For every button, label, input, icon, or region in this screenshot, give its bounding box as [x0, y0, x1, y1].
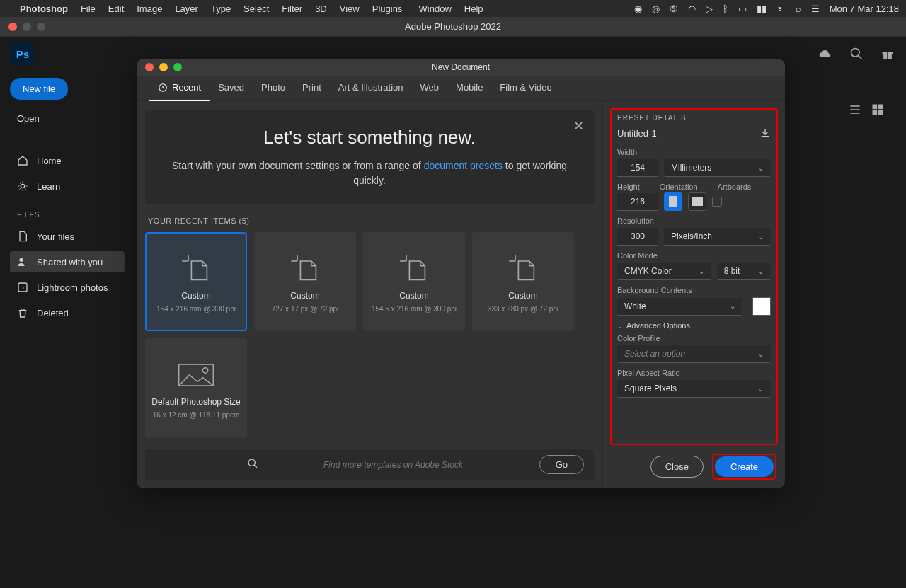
- tab-print[interactable]: Print: [294, 76, 330, 101]
- close-button[interactable]: Close: [650, 456, 704, 478]
- sidebar-learn[interactable]: Learn: [10, 175, 125, 197]
- hero-close-button[interactable]: ✕: [573, 118, 584, 134]
- bit-depth-select[interactable]: 8 bit⌄: [717, 263, 771, 280]
- orientation-portrait-button[interactable]: [664, 192, 682, 211]
- window-title: Adobe Photoshop 2022: [405, 21, 501, 32]
- height-input[interactable]: [617, 193, 658, 211]
- menu-plugins[interactable]: Plugins: [372, 4, 403, 14]
- color-mode-label: Color Mode: [617, 251, 771, 260]
- advanced-options-toggle[interactable]: ⌄Advanced Options: [617, 321, 771, 330]
- window-close-button[interactable]: [8, 23, 17, 31]
- svg-point-5: [21, 184, 24, 188]
- list-view-icon[interactable]: [848, 103, 862, 117]
- color-profile-select[interactable]: Select an option⌄: [617, 345, 771, 363]
- menubar-app-name[interactable]: Photoshop: [20, 4, 68, 14]
- sync-icon[interactable]: ◎: [652, 4, 660, 14]
- menu-layer[interactable]: Layer: [175, 4, 198, 14]
- wifi-icon[interactable]: ᯤ: [776, 4, 786, 14]
- resolution-label: Resolution: [617, 217, 771, 225]
- tab-film[interactable]: Film & Video: [491, 76, 560, 101]
- battery-icon[interactable]: ▮▮: [757, 4, 767, 14]
- menu-window[interactable]: Window: [419, 4, 452, 14]
- stock-search-input[interactable]: [323, 460, 531, 470]
- left-sidebar: New file Open Home Learn FILES Your file…: [0, 71, 134, 588]
- sidebar-lightroom[interactable]: Lr Lightroom photos: [10, 277, 125, 298]
- recent-items-grid: Custom 154 x 216 mm @ 300 ppi Custom 727…: [145, 232, 594, 437]
- tab-photo[interactable]: Photo: [253, 76, 294, 101]
- width-unit-select[interactable]: Millimeters⌄: [664, 159, 771, 177]
- menu-help[interactable]: Help: [464, 4, 483, 14]
- save-preset-icon[interactable]: [759, 127, 771, 139]
- play-icon[interactable]: ▷: [706, 4, 713, 14]
- document-name-field[interactable]: Untitled-1: [617, 128, 657, 139]
- tab-recent[interactable]: Recent: [149, 76, 210, 101]
- home-icon: [17, 155, 28, 166]
- orientation-landscape-button[interactable]: [688, 192, 706, 211]
- recent-item-3[interactable]: Custom 333 x 280 px @ 72 ppi: [472, 232, 574, 331]
- width-input[interactable]: [617, 159, 658, 177]
- sidebar-your-files[interactable]: Your files: [10, 226, 125, 247]
- create-button[interactable]: Create: [715, 456, 774, 477]
- bluetooth-icon[interactable]: ᛒ: [723, 4, 728, 14]
- cloud-icon[interactable]: [818, 47, 832, 61]
- go-button[interactable]: Go: [539, 455, 584, 474]
- menu-file[interactable]: File: [81, 4, 96, 14]
- new-file-button[interactable]: New file: [10, 78, 68, 100]
- recent-item-0[interactable]: Custom 154 x 216 mm @ 300 ppi: [145, 232, 247, 331]
- svg-line-1: [859, 56, 862, 59]
- tab-saved[interactable]: Saved: [210, 76, 253, 101]
- menu-type[interactable]: Type: [211, 4, 231, 14]
- dialog-titlebar: New Document: [137, 59, 785, 76]
- menu-3d[interactable]: 3D: [315, 4, 327, 14]
- hero-heading: Let's start something new.: [166, 127, 573, 149]
- menu-image[interactable]: Image: [137, 4, 162, 14]
- svg-point-16: [248, 459, 255, 466]
- dialog-close-light[interactable]: [145, 63, 154, 71]
- broadcast-icon[interactable]: ◠: [688, 4, 696, 14]
- record-icon[interactable]: ◉: [634, 4, 642, 14]
- dialog-zoom-light[interactable]: [173, 63, 182, 71]
- control-center-icon[interactable]: ☰: [811, 4, 820, 14]
- background-select[interactable]: White⌄: [617, 298, 742, 316]
- svg-line-17: [254, 465, 257, 468]
- hero-banner: ✕ Let's start something new. Start with …: [145, 110, 594, 204]
- sidebar-deleted[interactable]: Deleted: [10, 302, 125, 323]
- stock-search-bar: Go: [145, 449, 594, 480]
- background-swatch[interactable]: [752, 297, 771, 316]
- tab-art[interactable]: Art & Illustration: [330, 76, 412, 101]
- menu-select[interactable]: Select: [243, 4, 269, 14]
- tab-web[interactable]: Web: [412, 76, 448, 101]
- window-minimize-button[interactable]: [23, 23, 31, 31]
- recent-item-1[interactable]: Custom 727 x 17 px @ 72 ppi: [254, 232, 356, 331]
- resolution-unit-select[interactable]: Pixels/Inch⌄: [664, 228, 771, 246]
- resolution-input[interactable]: [617, 228, 658, 246]
- document-presets-link[interactable]: document presets: [424, 160, 503, 171]
- recent-item-2[interactable]: Custom 154.5 x 216 mm @ 300 ppi: [363, 232, 465, 331]
- width-label: Width: [617, 148, 771, 156]
- open-button[interactable]: Open: [10, 108, 125, 129]
- display-icon[interactable]: ▭: [738, 4, 747, 14]
- gift-icon[interactable]: [881, 47, 895, 61]
- window-zoom-button[interactable]: [37, 23, 45, 31]
- menu-view[interactable]: View: [340, 4, 360, 14]
- svg-point-0: [851, 49, 860, 57]
- menubar-clock[interactable]: Mon 7 Mar 12:18: [830, 4, 899, 14]
- spotlight-icon[interactable]: ⌕: [796, 4, 801, 14]
- menu-edit[interactable]: Edit: [108, 4, 124, 14]
- grid-view-icon[interactable]: [871, 103, 885, 117]
- menu-filter[interactable]: Filter: [282, 4, 302, 14]
- shield-icon[interactable]: ⑤: [670, 4, 678, 14]
- dialog-min-light[interactable]: [159, 63, 168, 71]
- color-mode-select[interactable]: CMYK Color⌄: [617, 263, 711, 280]
- recent-item-4[interactable]: Default Photoshop Size 16 x 12 cm @ 118.…: [145, 338, 247, 437]
- svg-text:Lr: Lr: [21, 285, 25, 290]
- photoshop-logo: Ps: [11, 42, 34, 65]
- pixel-aspect-ratio-select[interactable]: Square Pixels⌄: [617, 380, 771, 398]
- artboards-checkbox[interactable]: [712, 197, 722, 207]
- tab-mobile[interactable]: Mobile: [447, 76, 491, 101]
- search-icon[interactable]: [849, 47, 864, 61]
- sidebar-home[interactable]: Home: [10, 150, 125, 171]
- category-tabs: Recent Saved Photo Print Art & Illustrat…: [137, 76, 785, 101]
- sidebar-shared[interactable]: Shared with you: [10, 251, 125, 272]
- svg-rect-10: [878, 105, 883, 110]
